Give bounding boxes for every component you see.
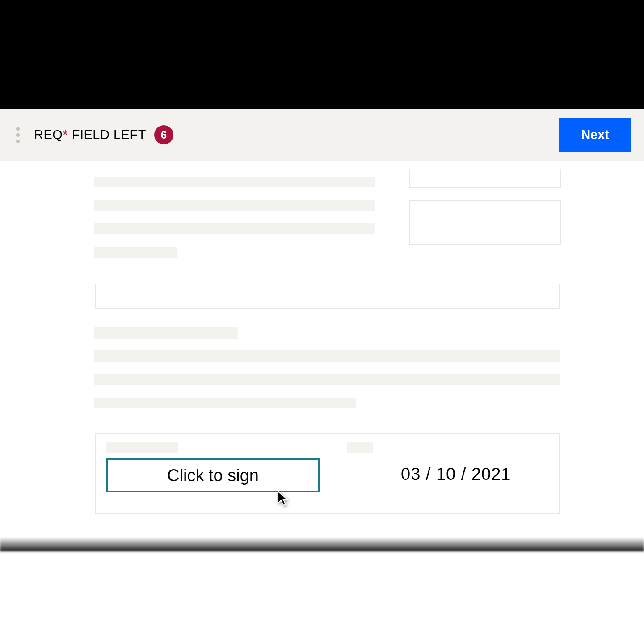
form-field-box[interactable] [409, 200, 561, 245]
text-placeholder [94, 247, 177, 258]
dot-icon [16, 127, 20, 131]
black-header-region [0, 0, 644, 109]
dot-icon [16, 140, 20, 143]
dot-icon [16, 133, 20, 137]
form-field-box[interactable] [409, 169, 561, 188]
text-placeholder [94, 350, 560, 362]
more-menu-icon[interactable] [16, 127, 20, 143]
required-fields-indicator: REQ* FIELD LEFT 6 [34, 125, 173, 144]
date-label-placeholder [347, 442, 373, 453]
bottom-shadow-decoration [0, 538, 644, 551]
text-placeholder [94, 374, 560, 385]
req-prefix: REQ [34, 127, 63, 142]
date-display: 03 / 10 / 2021 [401, 465, 511, 484]
toolbar: REQ* FIELD LEFT 6 Next [0, 109, 644, 161]
next-button[interactable]: Next [559, 118, 631, 152]
form-field-wide[interactable] [95, 284, 560, 309]
signature-label-placeholder [106, 442, 178, 453]
req-suffix: FIELD LEFT [68, 127, 146, 142]
required-count-badge: 6 [154, 125, 173, 144]
asterisk-icon: * [63, 127, 68, 142]
text-placeholder [94, 398, 356, 408]
click-to-sign-button[interactable]: Click to sign [106, 458, 320, 492]
text-placeholder [94, 200, 375, 211]
document-viewport: Click to sign 03 / 10 / 2021 [0, 161, 644, 170]
text-placeholder [94, 177, 375, 187]
toolbar-left: REQ* FIELD LEFT 6 [16, 125, 173, 144]
text-placeholder [94, 327, 238, 339]
signature-section: Click to sign 03 / 10 / 2021 [95, 433, 560, 514]
required-fields-label: REQ* FIELD LEFT [34, 127, 146, 142]
text-placeholder [94, 223, 375, 234]
